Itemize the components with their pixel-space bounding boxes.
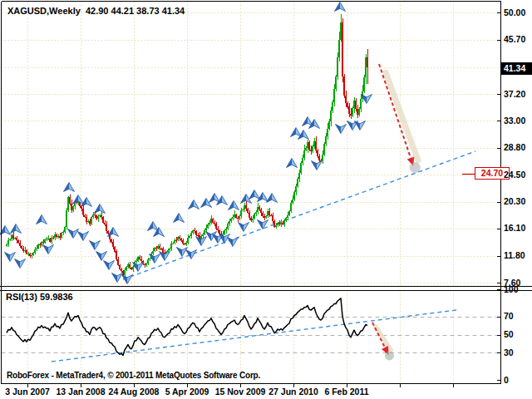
candle-body (315, 141, 317, 150)
price-axis-label[interactable]: 16.10 (504, 223, 525, 233)
candle-body (177, 237, 179, 241)
candle-body (337, 57, 338, 76)
candle-body (293, 192, 295, 200)
price-axis-label[interactable]: 11.80 (504, 250, 525, 260)
candle-body (280, 223, 282, 224)
candle-body (363, 77, 365, 91)
candle-body (242, 209, 244, 210)
chart-canvas[interactable] (0, 0, 532, 399)
candle-body (297, 179, 298, 186)
rsi-axis-label[interactable]: 30 (504, 347, 514, 357)
price-axis-label[interactable]: 50.00 (504, 7, 525, 17)
rsi-axis-label[interactable]: 100 (504, 284, 519, 294)
date-axis-label[interactable]: 6 Feb 2011 (324, 387, 368, 397)
candle-body (259, 207, 260, 209)
date-axis-label[interactable]: 15 Nov 2009 (215, 387, 266, 397)
symbol-period-label: XAGUSD,Weekly (7, 6, 81, 16)
candle-body (300, 163, 302, 173)
candle-body (29, 254, 31, 256)
candle-body (285, 218, 287, 220)
candle-body (14, 238, 16, 239)
candle-body (187, 238, 189, 243)
date-axis-label[interactable]: 13 Jan 2008 (57, 387, 106, 397)
candle-body (342, 22, 343, 76)
candle-body (102, 217, 104, 223)
candle-body (57, 236, 59, 237)
candle-body (184, 244, 185, 244)
candle-body (317, 150, 318, 157)
rsi-axis-label[interactable]: 70 (504, 311, 514, 321)
candle-body (327, 129, 328, 136)
date-axis-label[interactable]: 3 Jun 2007 (5, 387, 50, 397)
candle-body (347, 103, 348, 106)
candle-body (44, 239, 46, 243)
ohlc-values-label: 42.90 44.21 38.73 41.34 (86, 6, 185, 16)
candle-body (52, 238, 54, 239)
price-axis-label[interactable]: 45.70 (504, 34, 525, 44)
candle-body (192, 230, 194, 233)
candle-body (9, 239, 11, 240)
candle-body (257, 207, 259, 213)
candle-body (264, 216, 265, 218)
candle-body (295, 186, 297, 192)
candle-body (195, 231, 197, 235)
candle-body (350, 114, 352, 116)
candle-wick (48, 235, 49, 240)
candle-body (132, 267, 134, 269)
candle-body (124, 270, 126, 275)
candle-body (212, 219, 214, 222)
candle-body (174, 240, 175, 244)
candle-body (31, 255, 32, 256)
candle-body (229, 221, 230, 223)
date-axis-label[interactable]: 24 Aug 2008 (109, 387, 160, 397)
price-axis-label[interactable]: 20.30 (504, 196, 525, 206)
chart-window[interactable]: XAGUSD,Weekly 42.90 44.21 38.73 41.34 RS… (0, 0, 532, 399)
candle-body (66, 210, 67, 227)
candle-body (11, 235, 12, 239)
candle-body (209, 223, 210, 224)
candle-body (96, 215, 97, 219)
price-axis-label[interactable]: 37.20 (504, 89, 525, 99)
rsi-axis-label[interactable]: 0 (504, 375, 509, 385)
candle-body (129, 264, 131, 268)
candle-body (179, 237, 180, 239)
candle-body (155, 248, 157, 249)
candle-body (298, 173, 300, 179)
price-axis-label[interactable]: 24.50 (504, 170, 525, 180)
candle-body (92, 214, 94, 217)
candle-body (119, 265, 121, 269)
candle-body (84, 215, 86, 217)
candle-body (42, 242, 44, 243)
candle-body (185, 243, 187, 244)
candle-body (157, 246, 159, 249)
candle-body (252, 219, 254, 220)
candle-body (89, 221, 91, 224)
candle-body (360, 99, 362, 109)
candle-body (215, 224, 217, 229)
candle-body (270, 215, 272, 216)
price-axis-label[interactable]: 33.00 (504, 116, 525, 126)
candle-body (335, 76, 337, 89)
candle-body (107, 231, 109, 234)
price-axis-label[interactable]: 28.80 (504, 142, 525, 152)
candle-wick (25, 247, 26, 253)
candle-body (32, 253, 34, 255)
candle-wick (214, 220, 215, 226)
candle-body (135, 261, 137, 262)
candle-body (330, 111, 332, 121)
rsi-axis-label[interactable]: 50 (504, 329, 514, 339)
candle-body (56, 234, 57, 238)
candle-body (111, 239, 112, 242)
candle-wick (176, 237, 177, 243)
candle-body (137, 257, 139, 260)
candle-body (219, 230, 220, 233)
candle-body (232, 217, 234, 219)
candle-body (262, 213, 264, 216)
candle-body (207, 224, 209, 228)
candle-body (16, 238, 17, 240)
date-axis-label[interactable]: 5 Apr 2009 (165, 387, 209, 397)
date-axis-label[interactable]: 27 Jun 2010 (268, 387, 318, 397)
candle-body (287, 215, 288, 219)
candle-body (12, 235, 14, 239)
candle-body (205, 228, 207, 230)
